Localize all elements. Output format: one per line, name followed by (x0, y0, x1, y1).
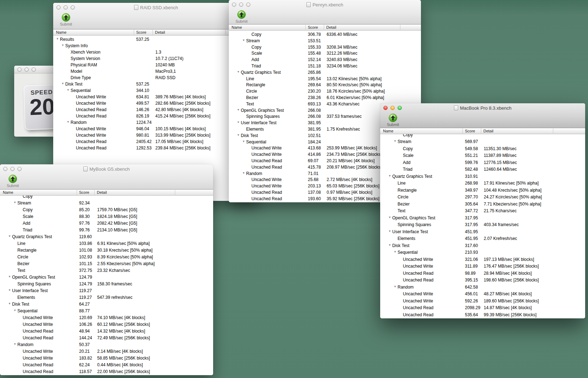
column-divider[interactable] (225, 30, 226, 35)
disclosure-triangle-icon[interactable]: ▼ (237, 71, 240, 73)
result-row[interactable]: Rectangle349.97104.48 Krects/sec [50% al… (380, 187, 585, 193)
disclosure-triangle-icon[interactable]: ▼ (8, 275, 11, 278)
column-divider[interactable] (553, 128, 553, 133)
column-header-detail[interactable]: Detail (483, 129, 493, 133)
submit-button[interactable]: Submit (384, 113, 402, 127)
minimize-button[interactable] (24, 67, 29, 72)
result-row[interactable]: Triad151.183234.06 MB/sec (229, 63, 421, 69)
result-row[interactable]: ▼Quartz Graphics Test310.91 (380, 173, 585, 180)
result-row[interactable]: Line268.9817.91 Klines/sec [50% alpha] (380, 180, 585, 186)
disclosure-triangle-icon[interactable]: ▼ (8, 289, 11, 292)
column-divider[interactable] (462, 128, 463, 133)
column-header-score[interactable]: Score (79, 190, 89, 195)
submit-button[interactable]: Submit (232, 10, 251, 23)
disclosure-triangle-icon[interactable]: ▼ (237, 109, 240, 111)
result-row[interactable]: Elements451.952.07 Krefresh/sec (380, 235, 585, 242)
column-divider[interactable] (77, 190, 77, 195)
result-row[interactable]: Scale155.483212.26 MB/sec (229, 50, 421, 56)
result-row[interactable]: Add152.143240.83 MB/sec (229, 56, 421, 63)
disclosure-triangle-icon[interactable]: ▼ (13, 201, 16, 204)
result-row[interactable]: Uncached Read1292.53239.84 MB/sec [256K … (53, 145, 259, 151)
disclosure-triangle-icon[interactable]: ▼ (388, 244, 391, 247)
disclosure-triangle-icon[interactable]: ▼ (388, 175, 391, 177)
disclosure-triangle-icon[interactable]: ▼ (394, 285, 396, 288)
column-divider[interactable] (400, 25, 400, 30)
disclosure-triangle-icon[interactable]: ▼ (242, 39, 245, 42)
result-row[interactable]: Elements119.27547.39 refresh/sec (0, 294, 213, 301)
column-header-name[interactable]: Name (232, 25, 242, 29)
result-row[interactable]: ▼OpenGL Graphics Test124.79 (0, 274, 213, 280)
disclosure-triangle-icon[interactable]: ▼ (388, 216, 391, 219)
disclosure-triangle-icon[interactable]: ▼ (394, 140, 396, 143)
minimize-button[interactable] (390, 106, 395, 110)
minimize-button[interactable] (10, 167, 15, 171)
close-button[interactable] (232, 2, 236, 7)
result-row[interactable]: Line103.866.91 Klines/sec [50% alpha] (0, 240, 213, 247)
result-row[interactable]: ▼System Info (53, 43, 259, 49)
result-row[interactable]: Uncached Read826.19415.24 MB/sec [256K b… (53, 113, 259, 119)
disclosure-triangle-icon[interactable]: ▼ (67, 89, 70, 92)
result-row[interactable]: Uncached Read48.9414.32 MB/sec [4K block… (0, 328, 213, 334)
disclosure-triangle-icon[interactable]: ▼ (242, 172, 245, 175)
result-row[interactable]: ▼Quartz Graphics Test265.86 (229, 69, 421, 76)
result-row[interactable]: Text372.7523.32 Kchars/sec (0, 267, 213, 274)
disclosure-triangle-icon[interactable]: ▼ (13, 309, 16, 312)
result-row[interactable]: ▼Disk Test64.27 (0, 301, 213, 307)
result-row[interactable]: ▼Sequential88.77 (0, 308, 213, 314)
result-row[interactable]: Bezier305.647.71 Kbeziers/sec [50% alpha… (380, 201, 585, 207)
minimize-button[interactable] (63, 5, 68, 10)
result-row[interactable]: Uncached Write120.6974.10 MB/sec [4K blo… (0, 314, 213, 321)
disclosure-triangle-icon[interactable]: ▼ (8, 235, 11, 238)
result-row[interactable]: Line195.5413.02 Klines/sec [50% alpha] (229, 76, 421, 82)
column-divider[interactable] (152, 30, 153, 35)
disclosure-triangle-icon[interactable]: ▼ (237, 134, 240, 137)
column-header-detail[interactable]: Detail (97, 190, 107, 195)
zoom-button[interactable] (32, 67, 36, 72)
column-header-detail[interactable]: Detail (326, 25, 336, 29)
result-row[interactable]: Uncached Write946.04100.15 MB/sec [4K bl… (53, 126, 259, 132)
result-row[interactable]: Drive TypeRAID SSD (53, 75, 259, 81)
result-row[interactable]: Uncached Read98.8928.94 MB/sec [4K block… (380, 270, 585, 276)
column-divider[interactable] (175, 190, 175, 195)
result-row[interactable]: Scale551.2111387.89 MB/sec (380, 152, 585, 159)
result-row[interactable]: Add97.762082.42 MB/sec [G5] (0, 220, 213, 226)
minimize-button[interactable] (239, 2, 243, 7)
result-row[interactable]: Uncached Write183.8258.85 MB/sec [256K b… (0, 355, 213, 361)
result-row[interactable]: Circle102.938.39 Kcircles/sec [50% alpha… (0, 254, 213, 260)
disclosure-triangle-icon[interactable]: ▼ (61, 44, 64, 47)
column-divider[interactable] (305, 25, 306, 30)
disclosure-triangle-icon[interactable]: ▼ (394, 251, 396, 253)
result-row[interactable]: Uncached Write980.81313.99 MB/sec [256K … (53, 132, 259, 138)
result-row[interactable]: ▼Disk Test317.60 (380, 242, 585, 249)
result-row[interactable]: Spinning Squares124.79158.30 frames/sec (0, 281, 213, 287)
disclosure-triangle-icon[interactable]: ▼ (242, 140, 245, 143)
result-row[interactable]: ModelMacPro3,1 (53, 68, 259, 75)
result-row[interactable]: Uncached Write499.57282.66 MB/sec [256K … (53, 100, 259, 106)
result-row[interactable]: Bezier238.266.01 Kbeziers/sec [50% alpha… (229, 94, 421, 101)
titlebar[interactable]: RAID SSD.xbench (53, 3, 259, 12)
titlebar[interactable]: MyBook G5.xbench (0, 164, 213, 174)
disclosure-triangle-icon[interactable]: ▼ (56, 38, 59, 40)
result-row[interactable]: Scale88.301824.18 MB/sec [G5] (0, 213, 213, 220)
result-row[interactable]: Uncached Write106.2660.12 MB/sec [256K b… (0, 321, 213, 328)
result-row[interactable]: Uncached Read535.6499.39 MB/sec [256K bl… (380, 312, 585, 318)
result-row[interactable]: ▼User Interface Test451.95 (380, 229, 585, 235)
close-button[interactable] (17, 67, 22, 72)
result-row[interactable]: ▼Random50.37 (0, 341, 213, 348)
result-row[interactable]: ▼Random642.58 (380, 284, 585, 290)
result-row[interactable]: Copy306.786336.40 MB/sec (229, 31, 421, 38)
column-header-name[interactable]: Name (3, 190, 13, 195)
disclosure-triangle-icon[interactable]: ▼ (13, 343, 16, 346)
result-row[interactable]: Text347.7221.75 Kchars/sec (380, 208, 585, 214)
disclosure-triangle-icon[interactable]: ▼ (8, 302, 11, 305)
result-row[interactable]: ▼Stream92.34 (0, 200, 213, 206)
result-row[interactable]: Uncached Write20.212.14 MB/sec [4K block… (0, 348, 213, 355)
result-row[interactable]: Uncached Read144.2472.49 MB/sec [256K bl… (0, 335, 213, 341)
result-row[interactable]: Triad99.762134.10 MB/sec [G5] (0, 227, 213, 233)
result-row[interactable]: ▼OpenGL Graphics Test317.95 (380, 215, 585, 221)
result-row[interactable]: ▼Quartz Graphics Test119.60 (0, 234, 213, 240)
result-row[interactable]: Copy85.201759.70 MB/sec [G5] (0, 207, 213, 213)
column-header-score[interactable]: Score (308, 25, 318, 29)
disclosure-triangle-icon[interactable]: ▼ (388, 230, 391, 233)
result-row[interactable]: Uncached Read62.240.44 MB/sec [4K blocks… (0, 362, 213, 368)
